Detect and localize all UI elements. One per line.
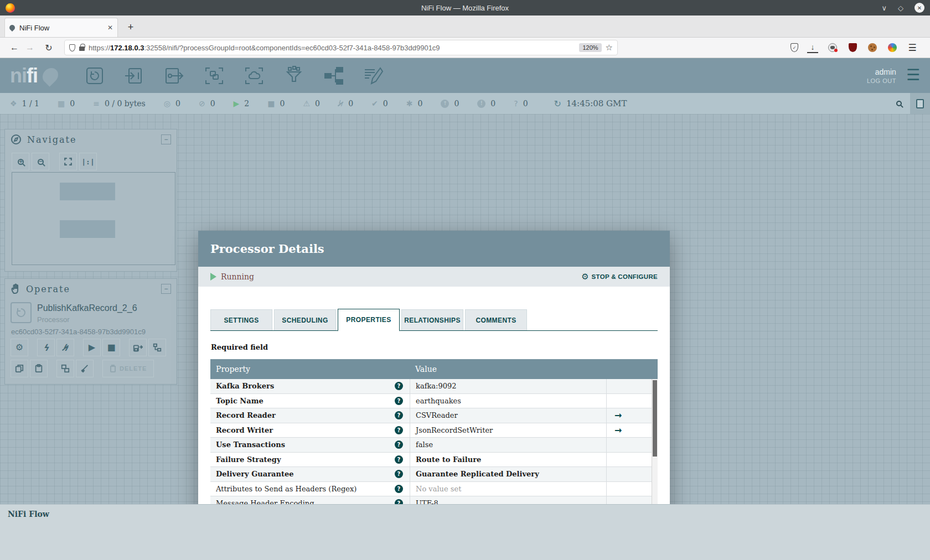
disable-button[interactable]: ϟ: [56, 339, 74, 356]
property-name: Record Reader: [216, 411, 395, 419]
process-group-icon[interactable]: [204, 66, 225, 86]
funnel-icon[interactable]: [283, 66, 304, 86]
zoom-fit-button[interactable]: [59, 153, 77, 170]
stat-running-count: 2: [244, 99, 249, 108]
input-port-icon[interactable]: [124, 66, 145, 86]
help-icon[interactable]: ?: [395, 426, 403, 434]
stop-button[interactable]: ■: [102, 339, 120, 356]
ublock-extension-icon[interactable]: [849, 43, 857, 52]
goto-service-icon[interactable]: →: [607, 410, 622, 421]
tab-settings[interactable]: SETTINGS: [210, 309, 272, 330]
label-icon[interactable]: [363, 66, 384, 86]
bookmark-star-icon[interactable]: ☆: [606, 43, 613, 53]
property-value[interactable]: false: [410, 438, 606, 452]
save-template-button[interactable]: [129, 339, 147, 356]
downloads-icon[interactable]: ↓: [807, 42, 818, 53]
help-icon[interactable]: ?: [395, 382, 403, 390]
start-button[interactable]: ▶: [83, 339, 101, 356]
stat-running: ▶2: [234, 99, 250, 108]
property-row: Failure Strategy?Route to Failure: [210, 453, 658, 468]
color-button[interactable]: [76, 360, 94, 377]
flow-canvas[interactable]: Navigate − + − |:| Operate − PublishKafk…: [0, 114, 930, 504]
help-icon[interactable]: ?: [395, 440, 403, 449]
logout-link[interactable]: LOG OUT: [867, 77, 896, 84]
page-zoom-badge[interactable]: 120%: [579, 43, 601, 52]
remote-process-group-icon[interactable]: [244, 66, 265, 86]
extension-proxy-icon[interactable]: [828, 43, 837, 52]
help-icon[interactable]: ?: [395, 470, 403, 478]
help-icon[interactable]: ?: [395, 411, 403, 419]
window-close-icon[interactable]: ✕: [914, 3, 924, 13]
template-icon[interactable]: [323, 66, 344, 86]
zoom-in-button[interactable]: +: [12, 153, 29, 170]
configuration-button[interactable]: ⚙: [11, 339, 28, 356]
delete-button[interactable]: DELETE: [102, 360, 154, 377]
browser-tab[interactable]: NiFi Flow ✕: [4, 18, 118, 37]
tab-properties[interactable]: PROPERTIES: [338, 309, 400, 331]
reload-button[interactable]: ↻: [41, 40, 56, 55]
window-titlebar: NiFi Flow — Mozilla Firefox ∨ ◇ ✕: [0, 0, 930, 15]
property-name: Attributes to Send as Headers (Regex): [216, 485, 395, 493]
running-icon: [210, 273, 216, 281]
url-bar[interactable]: https://172.18.0.3:32558/nifi/?processGr…: [64, 40, 618, 55]
tab-relationships[interactable]: RELATIONSHIPS: [401, 309, 463, 330]
sync-failure-icon: ?: [514, 100, 518, 107]
property-value[interactable]: Guarantee Replicated Delivery: [410, 467, 606, 481]
new-tab-button[interactable]: +: [122, 19, 139, 35]
paste-button[interactable]: [30, 360, 48, 377]
back-button[interactable]: ←: [7, 40, 22, 55]
forward-button[interactable]: →: [22, 40, 38, 55]
help-icon[interactable]: ?: [395, 455, 403, 464]
cookie-extension-icon[interactable]: [868, 43, 877, 52]
help-icon[interactable]: ?: [395, 485, 403, 493]
zoom-out-button[interactable]: −: [32, 153, 49, 170]
panel-toggle-button[interactable]: [910, 93, 930, 114]
upload-template-button[interactable]: [148, 339, 166, 356]
properties-table-header: Property Value: [210, 359, 658, 379]
selected-processor-icon: [11, 302, 32, 323]
property-value[interactable]: earthquakes: [410, 394, 606, 408]
property-value[interactable]: kafka:9092: [410, 379, 606, 393]
search-button[interactable]: [888, 93, 910, 114]
breadcrumb[interactable]: NiFi Flow: [8, 510, 49, 518]
dialog-title: Processor Details: [210, 242, 324, 256]
stat-invalid: ⚠0: [303, 99, 319, 108]
collapse-operate-icon[interactable]: −: [161, 284, 171, 294]
tab-close-icon[interactable]: ✕: [107, 24, 113, 32]
processor-icon[interactable]: [84, 66, 105, 86]
tracking-shield-icon[interactable]: [69, 44, 75, 51]
url-text[interactable]: https://172.18.0.3:32558/nifi/?processGr…: [89, 44, 575, 52]
minimap-processor-rect: [60, 220, 115, 238]
browser-tabbar: NiFi Flow ✕ +: [0, 15, 930, 38]
help-icon[interactable]: ?: [395, 397, 403, 405]
tab-comments[interactable]: COMMENTS: [465, 309, 527, 330]
browser-menu-icon[interactable]: ☰: [907, 42, 918, 53]
stop-and-configure-button[interactable]: ⚙ STOP & CONFIGURE: [581, 272, 658, 282]
property-value[interactable]: CSVReader: [410, 408, 606, 423]
collapse-navigate-icon[interactable]: −: [161, 134, 171, 144]
birdseye-minimap[interactable]: [12, 172, 175, 265]
up-to-date-icon: ✔: [371, 100, 378, 107]
refresh-icon[interactable]: ↻: [554, 98, 561, 109]
window-maximize-icon[interactable]: ◇: [898, 4, 903, 12]
property-value[interactable]: Route to Failure: [410, 453, 606, 467]
extension-pinwheel-icon[interactable]: [888, 43, 897, 52]
pocket-shield-icon[interactable]: ✓: [790, 43, 798, 52]
enable-button[interactable]: ϟ: [37, 339, 55, 356]
global-menu-icon[interactable]: ☰: [906, 69, 920, 81]
tab-scheduling[interactable]: SCHEDULING: [274, 309, 336, 330]
selected-component-type: Processor: [37, 315, 70, 324]
property-value[interactable]: No value set: [410, 482, 606, 496]
group-button[interactable]: [56, 360, 74, 377]
window-minimize-icon[interactable]: ∨: [881, 4, 887, 12]
zoom-actual-size-button[interactable]: |:|: [79, 153, 97, 170]
property-name: Kafka Brokers: [216, 382, 395, 390]
goto-service-icon[interactable]: →: [607, 425, 622, 435]
scrollbar-thumb[interactable]: [653, 380, 657, 457]
lock-icon[interactable]: [79, 46, 85, 51]
property-value[interactable]: JsonRecordSetWriter: [410, 423, 606, 438]
output-port-icon[interactable]: [164, 66, 185, 86]
operate-panel: Operate − PublishKafkaRecord_2_6 Process…: [4, 278, 177, 385]
copy-button[interactable]: [11, 360, 28, 377]
operate-panel-title: Operate: [26, 284, 156, 294]
